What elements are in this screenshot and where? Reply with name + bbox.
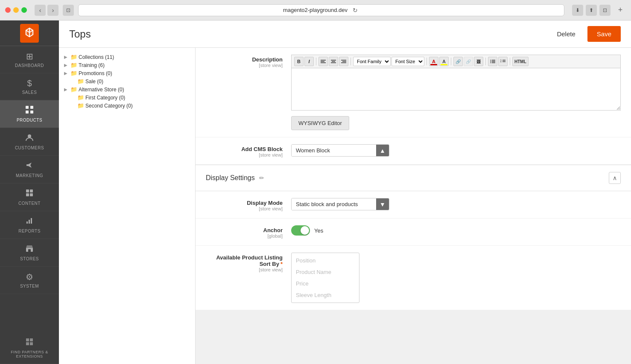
bold-button[interactable]: B [294,57,304,66]
display-mode-field: Display Mode [store view] Static block a… [196,191,631,218]
section-header: Display Settings ✏ ∧ [196,165,631,191]
sidebar-item-label: STORES [20,256,39,261]
display-mode-content: Static block and products ▼ [291,198,621,210]
sort-list[interactable]: Position Product Name Price Sleeve Lengt… [291,253,359,303]
edit-icon[interactable]: ✏ [259,175,264,181]
expand-icon[interactable]: ▶ [64,63,69,67]
sidebar-item-label: CUSTOMERS [15,146,44,150]
extensions-icon [25,338,34,348]
new-tab-button[interactable]: + [615,5,626,16]
sort-option-price[interactable]: Price [292,278,359,289]
font-size-select[interactable]: Font Size [391,57,424,66]
sort-option-product-name[interactable]: Product Name [292,266,359,278]
content-icon [25,189,34,199]
list-item[interactable]: ▶ 📁 Collections (11) [64,53,190,61]
tree-item-label: Training (6) [79,62,105,68]
download-button[interactable]: ⬇ [572,5,583,16]
folder-icon: 📁 [77,78,84,84]
svg-rect-6 [26,164,28,166]
svg-rect-8 [30,189,33,192]
sidebar-item-customers[interactable]: CUSTOMERS [0,128,59,156]
display-mode-dropdown[interactable]: Static block and products ▼ [291,198,389,210]
description-textarea[interactable] [291,68,621,111]
list-item[interactable]: ▶ 📁 Promotions (0) [64,69,190,77]
folder-icon: 📁 [70,86,77,93]
list-item[interactable]: 📁 Sale (0) [64,77,190,85]
link-button[interactable]: 🔗 [453,57,463,66]
traffic-lights [5,7,27,13]
html-button[interactable]: HTML [512,57,529,66]
sidebar-logo [0,20,59,46]
window-button[interactable]: ⊡ [599,5,611,16]
tree-item-label: First Category (0) [85,95,125,101]
sidebar-item-label: MARKETING [16,173,43,178]
expand-icon[interactable]: ▶ [64,87,69,92]
close-button[interactable] [5,7,11,13]
sidebar-item-extensions[interactable]: FIND PARTNERS & EXTENSIONS [0,332,59,364]
sort-option-sleeve-length[interactable]: Sleeve Length [292,289,359,301]
sidebar-item-system[interactable]: ⚙ SYSTEM [0,267,59,294]
stores-icon [25,244,34,255]
save-button[interactable]: Save [587,26,621,42]
list-item[interactable]: ▶ 📁 Training (6) [64,61,190,69]
folder-icon: 📁 [70,62,77,68]
cms-block-dropdown-button[interactable]: ▲ [376,145,389,156]
list-item[interactable]: 📁 Second Category (0) [64,102,190,110]
content-scroll: ▶ 📁 Collections (11) ▶ 📁 Training (6) ▶ … [59,48,631,364]
unlink-button[interactable]: 🔗 [464,57,473,66]
wysiwyg-editor-button[interactable]: WYSIWYG Editor [291,116,349,130]
tree-item-label: Alternative Store (0) [79,87,124,93]
sidebar-item-label: DASHBOARD [15,63,44,68]
url-bar[interactable]: magento2-playground.dev ↻ [78,4,564,16]
expand-icon[interactable]: ▶ [64,71,69,76]
sidebar-item-products[interactable]: PRODUCTS [0,100,59,128]
sort-option-position[interactable]: Position [292,255,359,266]
font-family-select[interactable]: Font Family [353,57,391,66]
list-item[interactable]: ▶ 📁 Alternative Store (0) [64,85,190,93]
anchor-yes-label: Yes [314,227,323,234]
tree-item-label: Sale (0) [85,79,103,84]
sidebar-toggle-button[interactable]: ⊡ [63,5,74,16]
cms-block-label: Add CMS Block [store view] [206,144,291,157]
folder-icon: 📁 [77,102,84,109]
back-button[interactable]: ‹ [35,5,46,16]
display-mode-value: Static block and products [292,198,376,210]
delete-button[interactable]: Delete [550,27,582,41]
display-mode-label: Display Mode [store view] [206,198,291,211]
sidebar-item-content[interactable]: CONTENT [0,183,59,211]
svg-text:2.: 2. [500,61,502,63]
highlight-color-button[interactable]: A [439,57,449,66]
system-icon: ⚙ [26,272,33,282]
display-mode-dropdown-button[interactable]: ▼ [376,198,389,210]
sidebar-item-dashboard[interactable]: ⊞ DASHBOARD [0,46,59,73]
svg-rect-17 [30,338,33,341]
reload-button[interactable]: ↻ [351,6,359,15]
sidebar-item-stores[interactable]: STORES [0,239,59,267]
fullscreen-button[interactable] [21,7,27,13]
collapse-button[interactable]: ∧ [609,172,621,184]
sort-by-label: Available Product Listing Sort By* [stor… [206,253,291,272]
align-right-button[interactable] [339,57,348,66]
align-center-button[interactable] [329,57,338,66]
italic-button[interactable]: I [304,57,314,66]
svg-point-31 [491,61,491,62]
sidebar-item-marketing[interactable]: MARKETING [0,156,59,183]
sidebar-item-reports[interactable]: REPORTS [0,211,59,239]
expand-icon[interactable]: ▶ [64,55,69,59]
products-icon [25,105,34,116]
magento-logo-icon [20,24,39,43]
align-left-button[interactable] [318,57,328,66]
share-button[interactable]: ⬆ [586,5,597,16]
numbered-list-button[interactable]: 1.2. [498,57,508,66]
sidebar-item-label: PRODUCTS [17,118,42,122]
font-color-button[interactable]: A [429,57,438,66]
image-button[interactable]: 🖼 [474,57,483,66]
section-title-area: Display Settings ✏ [206,174,264,182]
minimize-button[interactable] [13,7,19,13]
list-item[interactable]: 📁 First Category (0) [64,93,190,102]
anchor-toggle[interactable] [291,225,310,236]
cms-block-dropdown[interactable]: Women Block ▲ [291,144,389,157]
sidebar-item-sales[interactable]: $ SALES [0,73,59,100]
forward-button[interactable]: › [47,5,58,16]
bullet-list-button[interactable] [488,57,497,66]
